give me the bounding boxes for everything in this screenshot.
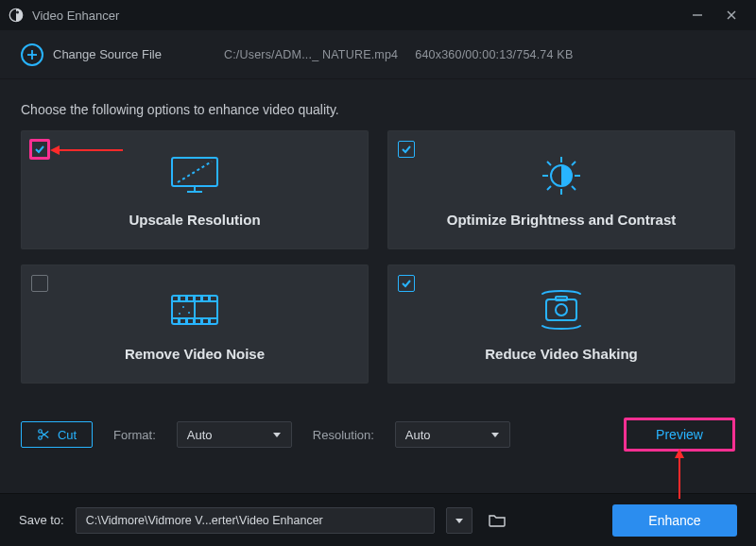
close-button[interactable]: [714, 0, 748, 30]
scissors-icon: [37, 428, 50, 441]
titlebar: Video Enhancer: [0, 0, 756, 30]
app-logo-icon: [8, 7, 25, 24]
svg-point-35: [188, 312, 190, 314]
monitor-upscale-icon: [166, 153, 223, 198]
source-path: C:/Users/ADM..._ NATURE.mp4: [224, 48, 398, 61]
change-source-label: Change Source File: [53, 47, 162, 61]
controls-row: Cut Format: Auto Resolution: Auto Previe…: [21, 418, 735, 452]
svg-point-40: [39, 430, 43, 434]
folder-icon: [489, 513, 506, 528]
plus-icon: [21, 43, 43, 66]
format-label: Format:: [113, 428, 156, 442]
tile-upscale-resolution[interactable]: Upscale Resolution: [21, 130, 369, 249]
save-path-text: C:\Vidmore\Vidmore V...erter\Video Enhan…: [86, 514, 323, 527]
chevron-down-icon: [272, 430, 282, 439]
svg-rect-29: [178, 319, 180, 323]
card-label: Reduce Video Shaking: [485, 346, 637, 362]
save-path-dropdown[interactable]: [446, 507, 472, 534]
svg-point-34: [182, 306, 184, 308]
cut-label: Cut: [58, 428, 77, 442]
chevron-down-icon: [455, 516, 464, 525]
svg-rect-27: [200, 297, 203, 300]
annotation-arrow-up: [679, 453, 680, 499]
checkbox-shaking[interactable]: [398, 275, 415, 292]
source-meta: 640x360/00:00:13/754.74 KB: [415, 48, 573, 61]
instruction-text: Choose the following options to enhance …: [21, 79, 735, 130]
window-title: Video Enhancer: [32, 9, 119, 23]
app-window: Video Enhancer Change Source File C:/Use…: [0, 0, 756, 546]
footer-bar: Save to: C:\Vidmore\Vidmore V...erter\Vi…: [0, 493, 756, 546]
resolution-select[interactable]: Auto: [395, 421, 510, 448]
content-area: Choose the following options to enhance …: [0, 79, 756, 493]
option-grid: Upscale Resolution: [21, 130, 735, 384]
card-label: Remove Video Noise: [125, 346, 265, 362]
svg-rect-30: [185, 319, 188, 323]
preview-label: Preview: [656, 427, 703, 442]
svg-marker-46: [455, 519, 463, 523]
camera-shake-icon: [533, 287, 590, 333]
source-header: Change Source File C:/Users/ADM..._ NATU…: [0, 30, 756, 79]
tile-optimize-brightness[interactable]: Optimize Brightness and Contrast: [387, 130, 735, 249]
svg-point-36: [179, 313, 180, 315]
svg-point-41: [39, 436, 43, 440]
brightness-icon: [535, 153, 588, 198]
enhance-button[interactable]: Enhance: [612, 504, 737, 537]
save-path-box[interactable]: C:\Vidmore\Vidmore V...erter\Video Enhan…: [76, 507, 435, 534]
format-select[interactable]: Auto: [177, 421, 292, 448]
svg-line-16: [547, 162, 551, 165]
svg-rect-37: [546, 299, 576, 320]
tile-reduce-shaking[interactable]: Reduce Video Shaking: [387, 264, 735, 384]
change-source-button[interactable]: Change Source File: [21, 43, 162, 66]
svg-rect-31: [193, 319, 196, 323]
svg-rect-25: [185, 297, 188, 300]
svg-rect-24: [178, 297, 180, 300]
minimize-button[interactable]: [680, 0, 714, 30]
resolution-value: Auto: [405, 428, 431, 442]
tile-remove-noise[interactable]: Remove Video Noise: [21, 264, 369, 384]
svg-rect-33: [208, 319, 211, 323]
svg-rect-26: [193, 297, 196, 300]
svg-line-17: [572, 186, 576, 190]
card-label: Upscale Resolution: [129, 212, 260, 228]
svg-marker-45: [491, 433, 499, 437]
checkbox-optimize[interactable]: [398, 141, 415, 158]
svg-marker-44: [273, 433, 281, 437]
svg-line-18: [547, 186, 551, 190]
cut-button[interactable]: Cut: [21, 421, 93, 448]
svg-rect-32: [200, 319, 203, 323]
svg-rect-28: [208, 297, 211, 300]
card-label: Optimize Brightness and Contrast: [447, 212, 677, 228]
enhance-label: Enhance: [648, 513, 700, 528]
svg-point-38: [556, 304, 567, 316]
format-value: Auto: [187, 428, 213, 442]
filmstrip-icon: [166, 287, 223, 333]
open-folder-button[interactable]: [484, 507, 510, 534]
svg-line-8: [178, 162, 212, 182]
svg-line-19: [572, 162, 576, 165]
annotation-arrow-left: [55, 149, 123, 151]
svg-point-1: [16, 11, 19, 14]
resolution-label: Resolution:: [313, 428, 374, 442]
chevron-down-icon: [490, 430, 500, 439]
saveto-label: Save to:: [19, 513, 64, 527]
checkbox-noise[interactable]: [31, 275, 48, 292]
